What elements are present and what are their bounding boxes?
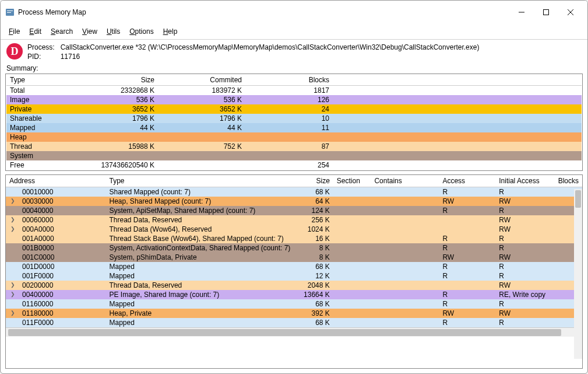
- table-row[interactable]: ❯00030000Heap, Shared Mapped (count: 7)6…: [6, 197, 582, 206]
- table-row[interactable]: ❯01180000Heap, Private392 KRWRW: [6, 309, 582, 318]
- summary-label: Summary:: [1, 64, 587, 74]
- summary-header-type[interactable]: Type: [6, 75, 88, 86]
- summary-row[interactable]: Shareable1796 K1796 K10: [6, 114, 582, 123]
- process-info: D Process: CallStackConverter.exe *32 (W…: [1, 40, 587, 64]
- expand-icon[interactable]: ❯: [10, 310, 17, 317]
- col-initial-access[interactable]: Initial Access: [495, 175, 554, 187]
- col-type[interactable]: Type: [106, 175, 296, 187]
- window-title: Process Memory Map: [18, 8, 509, 16]
- app-window: Process Memory Map File Edit Search View…: [0, 0, 588, 374]
- col-address[interactable]: Address: [6, 175, 106, 187]
- summary-header-size[interactable]: Size: [88, 75, 158, 86]
- window-controls: [509, 4, 583, 20]
- svg-rect-1: [7, 11, 13, 11]
- summary-table: Type Size Commited Blocks Total2332868 K…: [5, 74, 583, 171]
- table-row[interactable]: 00010000Shared Mapped (count: 7)68 KRR: [6, 187, 582, 197]
- expand-icon[interactable]: ❯: [10, 226, 17, 233]
- summary-row[interactable]: Free137436620540 K254: [6, 160, 582, 170]
- maximize-button[interactable]: [534, 4, 558, 20]
- table-row[interactable]: ❯00060000Thread Data, Reserved256 KRW: [6, 215, 582, 225]
- vertical-scrollbar[interactable]: [574, 189, 582, 359]
- table-row[interactable]: 001C0000System, pShimData, Private8 KRWR…: [6, 253, 582, 262]
- pid-value: 11716: [61, 53, 480, 61]
- process-label: Process:: [27, 43, 55, 51]
- menubar: File Edit Search View Utils Options Help: [1, 24, 587, 40]
- menu-options[interactable]: Options: [125, 25, 158, 38]
- table-row[interactable]: ❯00400000PE Image, Shared Image (count: …: [6, 290, 582, 299]
- menu-search[interactable]: Search: [46, 25, 78, 38]
- process-value: CallStackConverter.exe *32 (W:\C\Process…: [61, 43, 480, 51]
- summary-row[interactable]: Private3652 K3652 K24: [6, 104, 582, 114]
- table-row[interactable]: 01160000Mapped68 KRR: [6, 299, 582, 309]
- horizontal-scrollbar[interactable]: [6, 327, 582, 337]
- col-size[interactable]: Size: [295, 175, 333, 187]
- table-row[interactable]: 011F0000Mapped68 KRR: [6, 318, 582, 327]
- menu-help[interactable]: Help: [159, 25, 182, 38]
- expand-icon[interactable]: ❯: [10, 282, 17, 289]
- svg-rect-2: [7, 12, 11, 13]
- expand-icon[interactable]: ❯: [10, 216, 17, 223]
- summary-row[interactable]: Heap: [6, 132, 582, 142]
- menu-view[interactable]: View: [78, 25, 102, 38]
- menu-edit[interactable]: Edit: [24, 25, 46, 38]
- table-row[interactable]: 001B0000System, ActivationContextData, S…: [6, 243, 582, 253]
- menu-file[interactable]: File: [4, 25, 24, 38]
- summary-row[interactable]: System: [6, 151, 582, 160]
- titlebar: Process Memory Map: [1, 1, 587, 24]
- close-button[interactable]: [558, 4, 583, 20]
- table-row[interactable]: ❯00200000Thread Data, Reserved2048 KRW3: [6, 281, 582, 290]
- summary-header-commited[interactable]: Commited: [158, 75, 245, 86]
- pid-label: PID:: [27, 53, 55, 61]
- menu-utils[interactable]: Utils: [102, 25, 125, 38]
- summary-row[interactable]: Thread15988 K752 K87: [6, 142, 582, 151]
- summary-header-blocks[interactable]: Blocks: [245, 75, 333, 86]
- svg-rect-4: [544, 10, 549, 15]
- summary-row[interactable]: Total2332868 K183972 K1817: [6, 86, 582, 96]
- col-section[interactable]: Section: [333, 175, 371, 187]
- process-logo: D: [6, 43, 23, 60]
- app-icon: [5, 8, 15, 17]
- col-contains[interactable]: Contains: [371, 175, 439, 187]
- table-row[interactable]: ❯000A0000Thread Data (Wow64), Reserved10…: [6, 225, 582, 234]
- expand-icon[interactable]: ❯: [10, 291, 17, 298]
- minimize-button[interactable]: [509, 4, 534, 20]
- summary-row[interactable]: Image536 K536 K126: [6, 95, 582, 104]
- summary-row[interactable]: Mapped44 K44 K11: [6, 123, 582, 132]
- table-row[interactable]: 001D0000Mapped68 KRR: [6, 262, 582, 271]
- col-access[interactable]: Access: [439, 175, 495, 187]
- table-row[interactable]: 001A0000Thread Stack Base (Wow64), Share…: [6, 234, 582, 243]
- memory-table: Address Type Size Section Contains Acces…: [5, 174, 583, 369]
- col-blocks[interactable]: Blocks: [554, 175, 582, 187]
- table-row[interactable]: 00040000System, ApiSetMap, Shared Mapped…: [6, 206, 582, 215]
- table-row[interactable]: 001F0000Mapped12 KRR: [6, 271, 582, 281]
- expand-icon[interactable]: ❯: [10, 198, 17, 205]
